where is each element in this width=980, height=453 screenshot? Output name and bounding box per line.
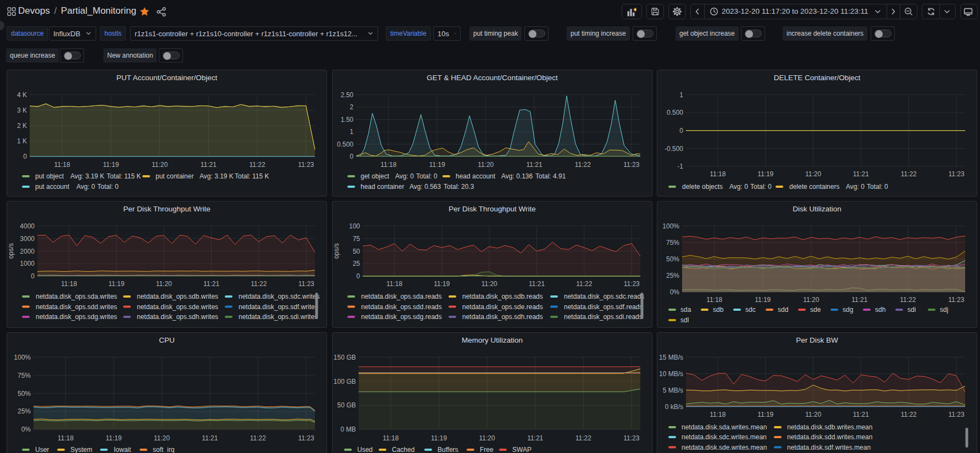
svg-text:Total: 115 K: Total: 115 K	[107, 172, 141, 180]
svg-text:netdata.disk_ops.sdg.reads: netdata.disk_ops.sdg.reads	[361, 313, 442, 321]
svg-text:netdata.disk_ops.sdh.writes: netdata.disk_ops.sdh.writes	[137, 313, 218, 321]
svg-text:11:18: 11:18	[710, 170, 726, 178]
svg-text:11:21: 11:21	[527, 434, 543, 442]
svg-text:11:20: 11:20	[803, 296, 819, 304]
svg-text:11:18: 11:18	[54, 161, 70, 169]
svg-text:put container: put container	[156, 172, 193, 180]
svg-text:1: 1	[679, 91, 683, 99]
svg-text:11:23: 11:23	[623, 161, 639, 169]
svg-text:Avg: 0: Avg: 0	[846, 183, 865, 191]
svg-text:Total: 115 K: Total: 115 K	[235, 172, 269, 180]
svg-text:netdata.disk.sdf.writes.mean: netdata.disk.sdf.writes.mean	[787, 444, 871, 451]
svg-text:75%: 75%	[18, 372, 31, 379]
svg-text:Free: Free	[480, 446, 494, 453]
svg-text:2000: 2000	[20, 248, 35, 255]
svg-text:11:21: 11:21	[526, 161, 542, 169]
svg-text:11:22: 11:22	[900, 296, 916, 304]
svg-text:50: 50	[352, 248, 360, 255]
svg-text:Avg: 0: Avg: 0	[76, 183, 95, 191]
svg-text:0: 0	[31, 272, 35, 280]
svg-text:netdata.disk_ops.sdd.writes: netdata.disk_ops.sdd.writes	[36, 303, 117, 311]
svg-text:11:19: 11:19	[108, 280, 124, 288]
svg-text:-1: -1	[677, 163, 683, 170]
svg-text:CPU: CPU	[159, 336, 175, 344]
svg-text:Memory Utilization: Memory Utilization	[461, 336, 522, 344]
svg-text:Avg: 0: Avg: 0	[729, 183, 748, 191]
svg-text:Iowait: Iowait	[114, 446, 131, 453]
svg-text:netdata.disk_ops.sdh.reads: netdata.disk_ops.sdh.reads	[462, 313, 543, 321]
svg-text:sda: sda	[680, 306, 691, 314]
svg-text:11:22: 11:22	[576, 280, 592, 288]
svg-text:11:19: 11:19	[434, 280, 450, 288]
svg-text:11:19: 11:19	[429, 161, 445, 169]
svg-text:sdi: sdi	[907, 306, 916, 314]
svg-text:0%: 0%	[670, 288, 680, 296]
svg-text:Total: 0: Total: 0	[867, 183, 888, 191]
svg-text:netdata.disk_ops.sdg.writes: netdata.disk_ops.sdg.writes	[36, 313, 117, 321]
svg-text:put account: put account	[35, 183, 70, 191]
svg-text:50%: 50%	[666, 255, 679, 263]
svg-text:netdata.disk.sda.writes.mean: netdata.disk.sda.writes.mean	[682, 423, 767, 431]
svg-text:11:23: 11:23	[298, 280, 314, 288]
svg-text:GET & HEAD Account/Container/O: GET & HEAD Account/Container/Object	[427, 74, 558, 82]
svg-text:0.500: 0.500	[667, 109, 683, 116]
svg-text:0.500: 0.500	[336, 141, 353, 148]
svg-text:11:22: 11:22	[901, 170, 917, 178]
svg-text:PUT Account/Container/Object: PUT Account/Container/Object	[117, 74, 218, 82]
svg-text:User: User	[35, 446, 49, 453]
svg-text:100 GB: 100 GB	[333, 378, 356, 385]
svg-text:Avg: 0.563: Avg: 0.563	[409, 183, 441, 191]
svg-text:delete containers: delete containers	[789, 183, 839, 191]
svg-text:11:23: 11:23	[623, 280, 639, 288]
svg-text:11:23: 11:23	[949, 411, 965, 418]
svg-text:sdj: sdj	[940, 306, 948, 314]
svg-text:11:18: 11:18	[58, 434, 74, 442]
svg-text:netdata.disk.sdd.writes.mean: netdata.disk.sdd.writes.mean	[787, 433, 872, 441]
svg-text:75: 75	[352, 235, 360, 243]
svg-text:11:18: 11:18	[710, 411, 726, 418]
svg-text:11:20: 11:20	[805, 411, 821, 418]
svg-text:Avg: 0.136: Avg: 0.136	[501, 172, 533, 180]
svg-text:netdata.disk_ops.sdi.writes: netdata.disk_ops.sdi.writes	[239, 313, 318, 321]
svg-text:netdata.disk_ops.sde.writes: netdata.disk_ops.sde.writes	[137, 303, 218, 311]
svg-text:11:23: 11:23	[298, 434, 314, 442]
svg-text:11:19: 11:19	[106, 434, 121, 442]
svg-text:5 MB/s: 5 MB/s	[663, 387, 683, 394]
svg-text:11:21: 11:21	[201, 161, 217, 169]
svg-text:netdata.disk_ops.sdb.writes: netdata.disk_ops.sdb.writes	[137, 293, 218, 300]
svg-text:11:20: 11:20	[479, 434, 495, 442]
svg-text:sdd: sdd	[778, 306, 788, 314]
svg-text:50%: 50%	[18, 390, 31, 398]
svg-text:head container: head container	[361, 183, 404, 191]
svg-text:netdata.disk_ops.sdf.reads: netdata.disk_ops.sdf.reads	[564, 303, 643, 311]
svg-text:1000: 1000	[20, 260, 35, 267]
svg-text:15 MB/s: 15 MB/s	[659, 354, 683, 361]
svg-text:netdata.disk_ops.sdi.reads: netdata.disk_ops.sdi.reads	[564, 313, 643, 321]
svg-text:11:23: 11:23	[949, 170, 965, 178]
svg-text:Total: 20.3: Total: 20.3	[444, 183, 474, 191]
svg-text:11:22: 11:22	[901, 411, 917, 418]
svg-text:10 MB/s: 10 MB/s	[659, 370, 683, 378]
svg-text:Total: 0: Total: 0	[750, 183, 772, 191]
svg-text:11:21: 11:21	[203, 280, 219, 288]
svg-text:Buffers: Buffers	[438, 446, 458, 453]
svg-text:Total: 0: Total: 0	[97, 183, 119, 191]
svg-text:sdl: sdl	[680, 316, 689, 324]
svg-text:0 kB/s: 0 kB/s	[665, 403, 683, 411]
svg-text:2: 2	[350, 103, 353, 111]
svg-text:netdata.disk_ops.sda.writes: netdata.disk_ops.sda.writes	[36, 293, 117, 300]
svg-text:11:19: 11:19	[755, 296, 771, 304]
svg-text:sdb: sdb	[713, 306, 724, 314]
svg-text:11:22: 11:22	[250, 434, 266, 442]
svg-text:4 K: 4 K	[17, 91, 27, 99]
svg-text:Total: 0: Total: 0	[416, 172, 438, 180]
svg-text:Disk Utilization: Disk Utilization	[793, 205, 841, 213]
svg-text:0: 0	[356, 272, 360, 280]
svg-text:ops/s: ops/s	[7, 243, 15, 259]
svg-text:soft_irq: soft_irq	[153, 446, 174, 453]
svg-text:11:18: 11:18	[380, 161, 396, 169]
svg-text:11:20: 11:20	[478, 161, 494, 169]
svg-text:75%: 75%	[666, 239, 679, 247]
svg-text:0 MB: 0 MB	[340, 426, 356, 433]
svg-text:netdata.disk.sdb.writes.mean: netdata.disk.sdb.writes.mean	[787, 423, 872, 431]
